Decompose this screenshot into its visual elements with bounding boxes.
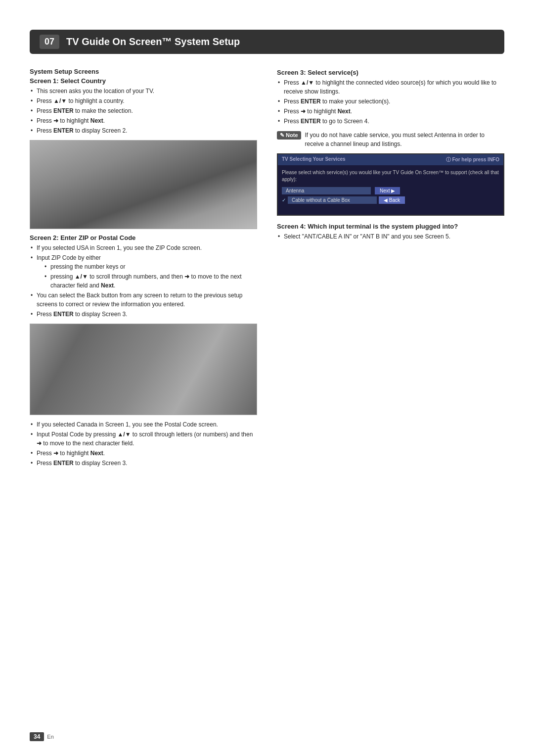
checkmark-icon: ✓ bbox=[282, 197, 286, 203]
tv-guide-header: TV Selecting Your Services ⓘ For help pr… bbox=[278, 154, 503, 165]
list-item: Press ENTER to display Screen 2. bbox=[30, 126, 257, 135]
tv-guide-body-text: Please select which service(s) you would… bbox=[282, 169, 499, 183]
screen2-sub-bullets: pressing the number keys or pressing ▲/▼… bbox=[44, 262, 257, 290]
note-box: ✎ Note If you do not have cable service,… bbox=[277, 131, 504, 148]
page: 07 TV Guide On Screen™ System Setup Syst… bbox=[0, 0, 534, 756]
list-item: Press ➜ to highlight Next. bbox=[30, 449, 257, 458]
note-icon: ✎ Note bbox=[277, 131, 301, 140]
tv-guide-row-cable: Cable without a Cable Box bbox=[288, 196, 377, 204]
two-column-layout: System Setup Screens Screen 1: Select Co… bbox=[30, 68, 504, 472]
page-footer: 34 En bbox=[30, 732, 54, 741]
tv-guide-body: Please select which service(s) you would… bbox=[278, 165, 503, 215]
list-item: Press ▲/▼ to highlight a country. bbox=[30, 96, 257, 105]
tv-guide-next-btn: Next ▶ bbox=[375, 187, 400, 194]
list-item: pressing ▲/▼ to scroll through numbers, … bbox=[44, 272, 257, 290]
screen1-bullets: This screen asks you the location of you… bbox=[30, 87, 257, 135]
chapter-title: TV Guide On Screen™ System Setup bbox=[66, 36, 240, 47]
list-item: pressing the number keys or bbox=[44, 262, 257, 271]
list-item: Press ENTER to display Screen 3. bbox=[30, 459, 257, 468]
tv-guide-row: Antenna Next ▶ bbox=[282, 187, 499, 194]
list-item: You can select the Back button from any … bbox=[30, 291, 257, 309]
sports-graphic bbox=[30, 324, 257, 415]
list-item: Input Postal Code by pressing ▲/▼ to scr… bbox=[30, 430, 257, 448]
screen2-title: Screen 2: Enter ZIP or Postal Code bbox=[30, 234, 257, 241]
list-item: Press ENTER to make the selection. bbox=[30, 106, 257, 115]
screen1-title: Screen 1: Select Country bbox=[30, 77, 257, 85]
tv-guide-back-btn: ◀ Back bbox=[379, 196, 405, 204]
chapter-header: 07 TV Guide On Screen™ System Setup bbox=[30, 30, 504, 54]
screen1-image bbox=[30, 140, 257, 229]
chapter-number: 07 bbox=[40, 35, 59, 49]
screen2-bullets: If you selected USA in Screen 1, you see… bbox=[30, 243, 257, 319]
tv-guide-row: ✓ Cable without a Cable Box ◀ Back bbox=[282, 196, 499, 204]
tv-guide-rows: Antenna Next ▶ ✓ Cable without a Cable B… bbox=[282, 187, 499, 204]
list-item: If you selected Canada in Screen 1, you … bbox=[30, 420, 257, 429]
left-column: System Setup Screens Screen 1: Select Co… bbox=[30, 68, 257, 472]
list-item: If you selected USA in Screen 1, you see… bbox=[30, 243, 257, 252]
tv-guide-row-antenna: Antenna bbox=[282, 187, 371, 194]
list-item: Select "ANT/CABLE A IN" or "ANT B IN" an… bbox=[277, 232, 504, 241]
landscape-graphic bbox=[30, 141, 257, 229]
list-item: This screen asks you the location of you… bbox=[30, 87, 257, 95]
screen3-title: Screen 3: Select service(s) bbox=[277, 69, 504, 76]
list-item: Press ➜ to highlight Next. bbox=[277, 107, 504, 116]
list-item: Input ZIP Code by either pressing the nu… bbox=[30, 253, 257, 290]
page-lang: En bbox=[47, 734, 53, 740]
section-title: System Setup Screens bbox=[30, 68, 257, 75]
screen4-bullets: Select "ANT/CABLE A IN" or "ANT B IN" an… bbox=[277, 232, 504, 241]
page-number: 34 bbox=[30, 732, 44, 741]
screen4-title: Screen 4: Which input terminal is the sy… bbox=[277, 223, 504, 230]
canada-bullets: If you selected Canada in Screen 1, you … bbox=[30, 420, 257, 468]
list-item: Press ➜ to highlight Next. bbox=[30, 116, 257, 125]
screen2-image bbox=[30, 324, 257, 415]
note-text: If you do not have cable service, you mu… bbox=[305, 131, 505, 148]
tv-guide-header-left: TV Selecting Your Services bbox=[282, 156, 346, 163]
tv-guide-screen: TV Selecting Your Services ⓘ For help pr… bbox=[277, 153, 504, 216]
list-item: Press ENTER to go to Screen 4. bbox=[277, 117, 504, 126]
screen3-bullets: Press ▲/▼ to highlight the connected vid… bbox=[277, 78, 504, 126]
list-item: Press ENTER to display Screen 3. bbox=[30, 310, 257, 319]
list-item: Press ENTER to make your selection(s). bbox=[277, 97, 504, 106]
list-item: Press ▲/▼ to highlight the connected vid… bbox=[277, 78, 504, 96]
tv-guide-header-right: ⓘ For help press INFO bbox=[446, 156, 499, 163]
right-column: Screen 3: Select service(s) Press ▲/▼ to… bbox=[277, 68, 504, 472]
